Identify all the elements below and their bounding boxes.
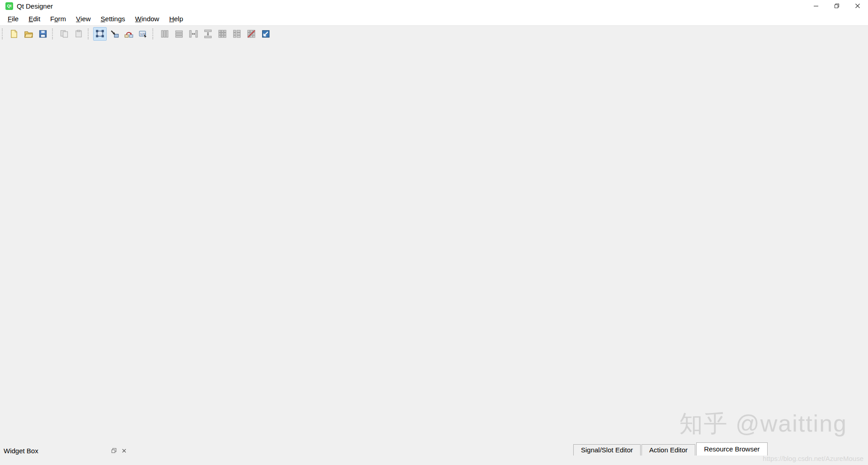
- bottom-dock-tabs: Signal/Slot EditorAction EditorResource …: [573, 443, 769, 456]
- menu-window[interactable]: Window: [130, 12, 164, 25]
- toolbar-separator: [2, 28, 5, 39]
- app-title: Qt Designer: [17, 2, 53, 10]
- copy-button: [57, 27, 71, 41]
- menu-help[interactable]: Help: [164, 12, 188, 25]
- lay-out-in-form-layout-button: [230, 27, 244, 41]
- new-form-button[interactable]: [7, 27, 21, 41]
- adjust-size-button[interactable]: [259, 27, 273, 41]
- close-button[interactable]: [847, 0, 868, 12]
- copy-icon: [60, 29, 69, 38]
- restore-button[interactable]: [826, 0, 847, 12]
- edit-signals-slots-icon: [110, 29, 119, 38]
- open-form-button[interactable]: [22, 27, 35, 41]
- splitter-vertical-icon: [203, 29, 212, 38]
- lay-out-in-grid-button: [216, 27, 229, 41]
- edit-signals-slots-button[interactable]: [108, 27, 121, 41]
- toolbar-separator: [88, 28, 91, 39]
- menu-file[interactable]: File: [3, 12, 24, 25]
- save-form-icon: [38, 29, 47, 38]
- layout-form-icon: [232, 29, 241, 38]
- menu-bar: FileEditFormViewSettingsWindowHelp: [0, 12, 868, 25]
- toolbar-separator: [52, 28, 56, 39]
- tab-resource-browser[interactable]: Resource Browser: [696, 442, 767, 456]
- edit-widgets-icon: [95, 29, 104, 38]
- status-bar: [0, 456, 868, 465]
- paste-icon: [74, 29, 83, 38]
- menu-form[interactable]: Form: [45, 12, 71, 25]
- new-form-icon: [9, 29, 19, 38]
- lay-out-vertically-in-splitter-button: [201, 27, 215, 41]
- layout-vertical-icon: [175, 29, 184, 38]
- edit-buddies-icon: [124, 29, 133, 38]
- edit-widgets-button[interactable]: [93, 27, 107, 41]
- splitter-horizontal-icon: [189, 29, 198, 38]
- widget-box-float-button[interactable]: [109, 446, 119, 455]
- toolbar-separator: [152, 28, 156, 39]
- break-layout-icon: [247, 29, 256, 38]
- main-toolbar: 123: [0, 25, 868, 42]
- widget-box-dock: Widget Box LayoutsVertical LayoutHorizon…: [0, 445, 129, 456]
- lay-out-vertically-button: [172, 27, 186, 41]
- qt-designer-window: Qt Qt Designer FileEditFormViewSettingsW…: [0, 0, 868, 465]
- tab-action-editor[interactable]: Action Editor: [642, 444, 695, 456]
- lay-out-horizontally-button: [158, 27, 171, 41]
- save-form-button[interactable]: [36, 27, 50, 41]
- minimize-button[interactable]: [806, 0, 826, 12]
- widget-box-header: Widget Box: [0, 445, 129, 456]
- adjust-size-icon: [261, 29, 270, 38]
- edit-buddies-button[interactable]: [122, 27, 136, 41]
- edit-tab-order-icon: 123: [139, 29, 148, 38]
- watermark-text: 知乎 @waitting: [679, 408, 847, 440]
- layout-grid-icon: [218, 29, 227, 38]
- open-form-icon: [24, 29, 33, 38]
- menu-settings[interactable]: Settings: [96, 12, 130, 25]
- app-titlebar: Qt Qt Designer: [0, 0, 868, 12]
- tab-signal-slot-editor[interactable]: Signal/Slot Editor: [573, 444, 641, 456]
- window-controls: [806, 0, 868, 12]
- qt-logo-icon: Qt: [5, 2, 13, 10]
- widget-box-title: Widget Box: [0, 447, 109, 455]
- layout-horizontal-icon: [160, 29, 169, 38]
- break-layout-button: [245, 27, 258, 41]
- menu-edit[interactable]: Edit: [24, 12, 45, 25]
- paste-button: [72, 27, 85, 41]
- widget-box-close-button[interactable]: [119, 446, 129, 455]
- lay-out-horizontally-in-splitter-button: [187, 27, 200, 41]
- edit-tab-order-button[interactable]: 123: [137, 27, 150, 41]
- menu-view[interactable]: View: [71, 12, 96, 25]
